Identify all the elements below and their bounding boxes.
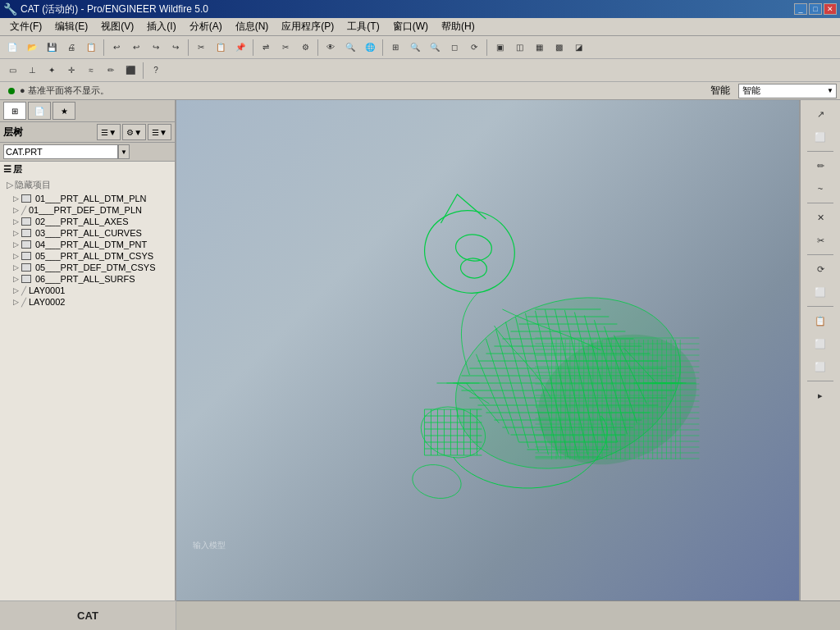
- rt-curve[interactable]: ~: [806, 178, 835, 199]
- tb2-help[interactable]: ?: [147, 62, 165, 80]
- menu-edit[interactable]: 编辑(E): [48, 18, 94, 35]
- tb-zoom-area[interactable]: ◻: [445, 39, 463, 57]
- tb-view2[interactable]: 🔍: [341, 39, 359, 57]
- tb-cut[interactable]: ✂: [192, 39, 210, 57]
- rt-sq2[interactable]: ⬜: [806, 356, 835, 377]
- item-label: 03___PRT_ALL_CURVES: [35, 228, 142, 238]
- tree-search-bar: ▼: [0, 143, 175, 162]
- tree-item-01pln[interactable]: ▷ 01___PRT_ALL_DTM_PLN: [0, 193, 175, 204]
- menu-file[interactable]: 文件(F): [3, 18, 48, 35]
- panel-tab-tree[interactable]: ⊞: [3, 102, 26, 120]
- tree-item-04pnt[interactable]: ▷ 04___PRT_ALL_DTM_PNT: [0, 239, 175, 250]
- tb-display3[interactable]: ▦: [530, 39, 548, 57]
- close-button[interactable]: ✕: [824, 3, 837, 15]
- panel-tab-fav[interactable]: ★: [52, 102, 75, 120]
- tb-options[interactable]: ⚙: [296, 39, 314, 57]
- tree-item-05csys[interactable]: ▷ 05___PRT_ALL_DTM_CSYS: [0, 250, 175, 262]
- rt-delete[interactable]: ✕: [806, 207, 835, 228]
- tb-redo[interactable]: ↪: [147, 39, 165, 57]
- rt-line[interactable]: ✏: [806, 155, 835, 176]
- cat-label: CAT: [0, 600, 176, 630]
- layer-icon: [21, 229, 31, 237]
- tb2-csys[interactable]: ✛: [62, 62, 80, 80]
- panel-tab-doc[interactable]: 📄: [28, 102, 51, 120]
- sep1: [103, 39, 104, 56]
- filter-bar: ● 基准平面将不显示。 智能 智能 ▼: [0, 82, 840, 100]
- tb-display4[interactable]: ▩: [550, 39, 568, 57]
- tb-paste[interactable]: 📌: [231, 39, 249, 57]
- tb2-datum[interactable]: ▭: [3, 62, 21, 80]
- tree-item-02axes[interactable]: ▷ 02___PRT_ALL_AXES: [0, 216, 175, 227]
- tree-item-05defcsys[interactable]: ▷ 05___PRT_DEF_DTM_CSYS: [0, 262, 175, 273]
- tb-zoom-out[interactable]: 🔍: [426, 39, 444, 57]
- tb-display1[interactable]: ▣: [491, 39, 509, 57]
- tb-open[interactable]: 📂: [23, 39, 41, 57]
- rt-rect[interactable]: ⬜: [806, 126, 835, 148]
- tb-display2[interactable]: ◫: [510, 39, 528, 57]
- tb-undo[interactable]: ↩: [107, 39, 126, 57]
- tb-trim[interactable]: ✂: [276, 39, 294, 57]
- menu-help[interactable]: 帮助(H): [435, 18, 482, 35]
- root-expand-icon: ☰: [3, 164, 11, 175]
- tree-item-03curves[interactable]: ▷ 03___PRT_ALL_CURVES: [0, 227, 175, 239]
- menu-insert[interactable]: 插入(I): [140, 18, 182, 35]
- menu-analysis[interactable]: 分析(A): [183, 18, 229, 35]
- left-panel: ⊞ 📄 ★ 层树 ☰▼ ⚙▼ ☰▼ ▼ ☰ 层 ▷ 隐藏项: [0, 100, 176, 600]
- tb-undo2[interactable]: ↩: [127, 39, 145, 57]
- tb-spin[interactable]: ⟳: [465, 39, 483, 57]
- tb-redo2[interactable]: ↪: [167, 39, 185, 57]
- tb-3d[interactable]: 🌐: [361, 39, 379, 57]
- tb-zoom-in[interactable]: 🔍: [406, 39, 424, 57]
- window-title: CAT (活动的) - Pro/ENGINEER Wildfire 5.0: [21, 2, 208, 16]
- item-label: 05___PRT_ALL_DTM_CSYS: [35, 251, 153, 261]
- tree-search-input[interactable]: [3, 144, 118, 159]
- tb-save[interactable]: 💾: [43, 39, 61, 57]
- menu-apps[interactable]: 应用程序(P): [275, 18, 340, 35]
- tb2-solid[interactable]: ⬛: [121, 62, 139, 80]
- tree-settings-btn[interactable]: ⚙▼: [122, 124, 146, 140]
- expand-icon: ▷: [13, 240, 19, 249]
- rt-tri[interactable]: ▸: [806, 385, 835, 406]
- tb-new[interactable]: 📄: [3, 39, 21, 57]
- tb-display5[interactable]: ◪: [569, 39, 587, 57]
- tb-view1[interactable]: 👁: [322, 39, 340, 57]
- tree-item-06surfs[interactable]: ▷ 06___PRT_ALL_SURFS: [0, 273, 175, 285]
- sep5: [382, 39, 383, 56]
- rt-box[interactable]: ⬜: [806, 281, 835, 303]
- tb-zoom-fit[interactable]: ⊞: [386, 39, 404, 57]
- tb2-curve[interactable]: ≈: [82, 62, 100, 80]
- rt-copy[interactable]: 📋: [806, 310, 835, 331]
- tb-mirror[interactable]: ⇌: [257, 39, 275, 57]
- group-label: 隐藏项目: [15, 179, 51, 191]
- menu-info[interactable]: 信息(N): [229, 18, 276, 35]
- toolbar-1: 📄 📂 💾 🖨 📋 ↩ ↩ ↪ ↪ ✂ 📋 📌 ⇌ ✂ ⚙ 👁 🔍 🌐 ⊞ 🔍 …: [0, 36, 840, 59]
- tree-item-lay0001[interactable]: ▷ ╱ LAY0001: [0, 285, 175, 296]
- tb-pdf[interactable]: 📋: [82, 39, 100, 57]
- menu-view[interactable]: 视图(V): [94, 18, 140, 35]
- tb2-point[interactable]: ✦: [43, 62, 61, 80]
- rt-select[interactable]: ↗: [806, 103, 835, 125]
- tree-search-dropdown[interactable]: ▼: [118, 144, 130, 159]
- rt-sq1[interactable]: ⬜: [806, 333, 835, 354]
- plane-icon: ╱: [21, 206, 26, 215]
- rt-cut[interactable]: ✂: [806, 230, 835, 251]
- menu-window[interactable]: 窗口(W): [386, 18, 435, 35]
- tree-layer-btn[interactable]: ☰▼: [97, 124, 121, 140]
- maximize-button[interactable]: □: [809, 3, 822, 15]
- menu-tools[interactable]: 工具(T): [340, 18, 386, 35]
- tree-filter-btn[interactable]: ☰▼: [148, 124, 171, 140]
- viewport[interactable]: 输入模型: [176, 100, 799, 600]
- sep4: [317, 39, 318, 56]
- tree-title: 层树: [3, 126, 23, 139]
- tb2-axis[interactable]: ⊥: [23, 62, 41, 80]
- window-controls[interactable]: _ □ ✕: [794, 3, 837, 15]
- minimize-button[interactable]: _: [794, 3, 807, 15]
- tb2-sketch[interactable]: ✏: [102, 62, 120, 80]
- tree-item-lay0002[interactable]: ▷ ╱ LAY0002: [0, 296, 175, 308]
- tb-copy[interactable]: 📋: [212, 39, 230, 57]
- rt-undo[interactable]: ⟳: [806, 258, 835, 280]
- tb-print[interactable]: 🖨: [62, 39, 80, 57]
- tree-item-01defpln[interactable]: ▷ ╱ 01___PRT_DEF_DTM_PLN: [0, 204, 175, 216]
- smart-dropdown[interactable]: 智能 ▼: [738, 84, 837, 98]
- expand-icon: ▷: [13, 206, 19, 214]
